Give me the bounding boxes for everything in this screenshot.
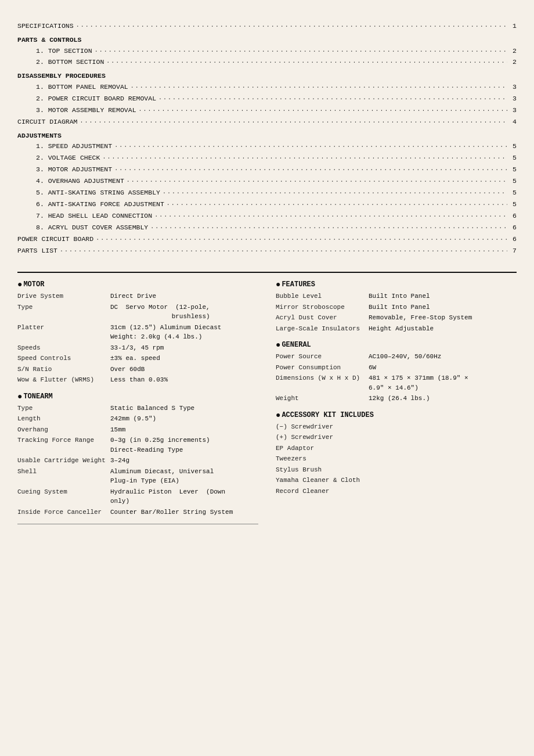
spec-group-title: ● ACCESSORY KIT INCLUDES bbox=[276, 411, 517, 420]
spec-row: Tracking Force Range0–3g (in 0.25g incre… bbox=[17, 435, 258, 455]
toc-table: SPECIFICATIONS ·························… bbox=[17, 21, 517, 257]
toc-dots: ········································… bbox=[150, 224, 507, 233]
toc-dots: ········································… bbox=[127, 177, 507, 187]
toc-label: PARTS LIST bbox=[17, 246, 57, 257]
toc-label: 3. MOTOR ASSEMBLY REMOVAL bbox=[36, 105, 136, 116]
toc-dots: ········································… bbox=[60, 247, 507, 257]
toc-dots: ········································… bbox=[131, 83, 507, 93]
spec-group-title: ● TONEARM bbox=[17, 392, 258, 401]
toc-page: 5 bbox=[510, 188, 517, 199]
toc-page: 5 bbox=[510, 141, 517, 152]
spec-group: ● FEATURESBubble LevelBuilt Into PanelMi… bbox=[276, 280, 517, 333]
spec-row: Cueing SystemHydraulic Piston Lever (Dow… bbox=[17, 487, 258, 506]
toc-row: 2. VOLTAGE CHECK ·······················… bbox=[17, 153, 517, 164]
toc-page: 6 bbox=[510, 211, 517, 222]
spec-group-title: ● GENERAL bbox=[276, 340, 517, 350]
spec-row: Overhang15mm bbox=[17, 425, 258, 435]
spec-key: Platter bbox=[17, 323, 110, 342]
spec-val: 3–24g bbox=[110, 456, 258, 466]
spec-row: Large-Scale InsulatorsHeight Adjustable bbox=[276, 324, 517, 334]
toc-row: 1. TOP SECTION ·························… bbox=[17, 46, 517, 57]
spec-row: TypeStatic Balanced S Type bbox=[17, 404, 258, 413]
toc-page: 2 bbox=[510, 57, 517, 68]
toc-dots: ········································… bbox=[158, 95, 507, 105]
toc-dots: ········································… bbox=[154, 212, 507, 222]
toc-page: 5 bbox=[510, 199, 517, 210]
spec-key: Shell bbox=[17, 467, 110, 486]
toc-row: 4. OVERHANG ADJUSTMENT ·················… bbox=[17, 176, 517, 187]
spec-row: TypeDC Servo Motor (12-pole, brushless) bbox=[17, 303, 258, 322]
spec-key: Cueing System bbox=[17, 487, 110, 506]
spec-key: Usable Cartridge Weight bbox=[17, 456, 110, 466]
specs-section: ● MOTORDrive SystemDirect DriveTypeDC Se… bbox=[17, 271, 517, 524]
toc-label: 3. MOTOR ADJUSTMENT bbox=[36, 164, 112, 175]
toc-row: POWER CIRCUIT BOARD ····················… bbox=[17, 234, 517, 245]
spec-key: Overhang bbox=[17, 425, 110, 435]
spec-val: Direct Drive bbox=[110, 291, 258, 301]
toc-row: 8. ACRYL DUST COVER ASSEMBLY ···········… bbox=[17, 222, 517, 233]
toc-row: PARTS & CONTROLS bbox=[17, 34, 517, 46]
spec-val: DC Servo Motor (12-pole, brushless) bbox=[110, 303, 258, 322]
spec-divider bbox=[17, 524, 258, 524]
spec-row: Power SourceAC100–240V, 50/60Hz bbox=[276, 352, 517, 362]
spec-key: Speeds bbox=[17, 343, 110, 353]
spec-row: Speed Controls±3% ea. speed bbox=[17, 354, 258, 363]
spec-row: Weight12kg (26.4 lbs.) bbox=[276, 394, 517, 404]
toc-row: 2. BOTTOM SECTION ······················… bbox=[17, 57, 517, 68]
spec-row: Tweezers bbox=[276, 454, 517, 464]
spec-val: 12kg (26.4 lbs.) bbox=[369, 394, 517, 404]
spec-row: Stylus Brush bbox=[276, 465, 517, 475]
spec-row: (−) Screwdriver bbox=[276, 422, 517, 432]
spec-key: Dimensions (W x H x D) bbox=[276, 373, 369, 393]
toc-label: POWER CIRCUIT BOARD bbox=[17, 234, 93, 245]
group-label: MOTOR bbox=[23, 280, 44, 289]
toc-row: CIRCUIT DIAGRAM ························… bbox=[17, 117, 517, 128]
spec-val: Counter Bar/Roller String System bbox=[110, 507, 258, 517]
spec-val: ±3% ea. speed bbox=[110, 354, 258, 363]
toc-label: SPECIFICATIONS bbox=[17, 21, 74, 32]
spec-val: AC100–240V, 50/60Hz bbox=[369, 352, 517, 362]
toc-page: 4 bbox=[510, 117, 517, 128]
toc-row: 3. MOTOR ADJUSTMENT ····················… bbox=[17, 164, 517, 175]
spec-group: ● TONEARMTypeStatic Balanced S TypeLengt… bbox=[17, 392, 258, 517]
spec-val: 15mm bbox=[110, 425, 258, 435]
toc-label: 1. BOTTOM PANEL REMOVAL bbox=[36, 82, 128, 93]
toc-page: 5 bbox=[510, 176, 517, 187]
group-label: GENERAL bbox=[282, 341, 311, 349]
spec-val: Hydraulic Piston Lever (Down only) bbox=[110, 487, 258, 506]
spec-key: Yamaha Cleaner & Cloth bbox=[276, 476, 369, 485]
spec-val: Less than 0.03% bbox=[110, 375, 258, 385]
bullet-icon: ● bbox=[276, 280, 280, 289]
spec-val: 6W bbox=[369, 363, 517, 373]
spec-key: Large-Scale Insulators bbox=[276, 324, 369, 334]
toc-page: 3 bbox=[510, 82, 517, 93]
toc-label: 2. POWER CIRCUIT BOARD REMOVAL bbox=[36, 93, 156, 105]
spec-key: Tracking Force Range bbox=[17, 435, 110, 455]
toc-dots: ········································… bbox=[80, 118, 507, 128]
toc-dots: ········································… bbox=[114, 165, 507, 175]
bullet-icon: ● bbox=[276, 340, 280, 350]
toc-label: 4. OVERHANG ADJUSTMENT bbox=[36, 176, 124, 187]
toc-row: 1. BOTTOM PANEL REMOVAL ················… bbox=[17, 82, 517, 93]
spec-val: 31cm (12.5") Aluminum Diecast Weight: 2.… bbox=[110, 323, 258, 342]
spec-group-title: ● FEATURES bbox=[276, 280, 517, 289]
toc-page: 1 bbox=[510, 21, 517, 32]
toc-dots: ········································… bbox=[96, 235, 507, 245]
toc-page: 3 bbox=[510, 93, 517, 105]
spec-key: Inside Force Canceller bbox=[17, 507, 110, 517]
spec-val: Height Adjustable bbox=[369, 324, 517, 334]
spec-row: EP Adaptor bbox=[276, 444, 517, 453]
toc-label: ADJUSTMENTS bbox=[17, 130, 62, 142]
spec-key: Speed Controls bbox=[17, 354, 110, 363]
toc-page: 6 bbox=[510, 234, 517, 245]
spec-val: 481 × 175 × 371mm (18.9" × 6.9" × 14.6") bbox=[369, 373, 517, 393]
toc-row: DISASSEMBLY PROCEDURES bbox=[17, 70, 517, 82]
spec-val: 33-1/3, 45 rpm bbox=[110, 343, 258, 353]
spec-key: (−) Screwdriver bbox=[276, 422, 369, 432]
toc-row: SPECIFICATIONS ·························… bbox=[17, 21, 517, 32]
toc-row: 6. ANTI-SKATING FORCE ADJUSTMENT ·······… bbox=[17, 199, 517, 210]
spec-row: Record Cleaner bbox=[276, 487, 517, 496]
toc-label: 5. ANTI-SKATING STRING ASSEMBLY bbox=[36, 188, 160, 199]
toc-dots: ········································… bbox=[163, 189, 507, 199]
toc-row: 3. MOTOR ASSEMBLY REMOVAL ··············… bbox=[17, 105, 517, 116]
